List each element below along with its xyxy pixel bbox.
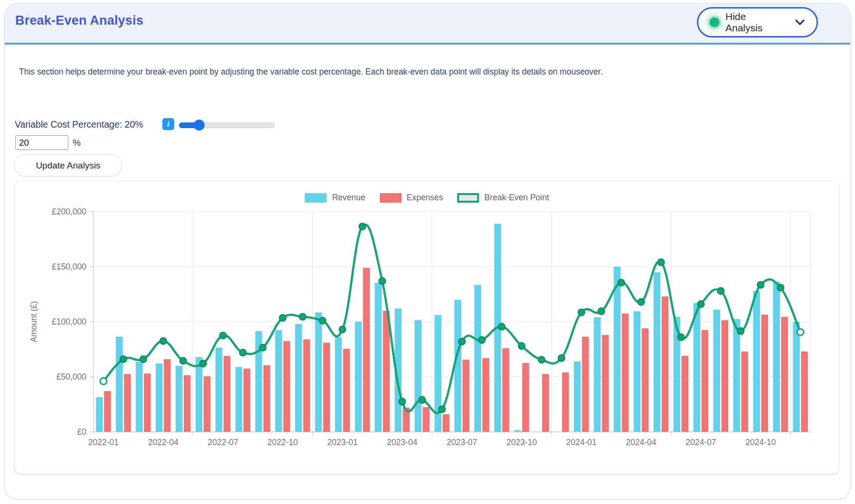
- svg-text:£0: £0: [77, 427, 87, 437]
- svg-text:2022-04: 2022-04: [148, 438, 179, 447]
- info-icon[interactable]: i: [162, 118, 174, 130]
- variable-cost-slider[interactable]: [179, 122, 275, 128]
- percent-suffix: %: [73, 138, 81, 148]
- legend-swatch: [380, 193, 402, 203]
- svg-text:Amount (£): Amount (£): [29, 301, 38, 343]
- svg-text:£150,000: £150,000: [52, 262, 86, 271]
- svg-text:£50,000: £50,000: [56, 372, 87, 382]
- svg-text:2022-07: 2022-07: [208, 438, 238, 447]
- svg-text:2024-04: 2024-04: [626, 438, 656, 447]
- update-analysis-button[interactable]: Update Analysis: [14, 154, 122, 177]
- slider-thumb[interactable]: [194, 120, 205, 131]
- svg-text:2023-07: 2023-07: [447, 438, 477, 447]
- legend-label: Revenue: [332, 193, 365, 203]
- hide-analysis-label: Hide Analysis: [725, 11, 782, 34]
- break-even-chart[interactable]: £0£50,000£100,000£150,000£200,0002022-01…: [15, 181, 839, 474]
- page-title: Break-Even Analysis: [15, 13, 143, 28]
- legend-swatch: [305, 193, 327, 203]
- status-dot-icon: [710, 18, 719, 27]
- legend-item-expenses[interactable]: Expenses: [380, 193, 443, 203]
- svg-text:2024-10: 2024-10: [745, 438, 776, 447]
- percentage-input[interactable]: [15, 135, 68, 150]
- svg-text:£200,000: £200,000: [52, 207, 86, 216]
- svg-text:2024-07: 2024-07: [686, 438, 716, 447]
- svg-text:2024-01: 2024-01: [566, 438, 597, 447]
- legend-item-break-even-point[interactable]: Break-Even Point: [457, 193, 549, 203]
- break-even-analysis-section: Break-Even Analysis Hide Analysis This s…: [4, 3, 851, 500]
- legend-swatch: [457, 193, 479, 203]
- chevron-down-icon: [795, 19, 805, 26]
- chart-legend: RevenueExpensesBreak-Even Point: [15, 193, 839, 203]
- section-description: This section helps determine your break-…: [19, 67, 731, 77]
- break-even-chart-card: £0£50,000£100,000£150,000£200,0002022-01…: [15, 181, 839, 474]
- legend-label: Expenses: [407, 193, 443, 203]
- svg-text:2023-04: 2023-04: [387, 438, 417, 447]
- variable-cost-label: Variable Cost Percentage: 20%: [15, 119, 143, 130]
- hide-analysis-button[interactable]: Hide Analysis: [697, 7, 818, 37]
- svg-text:2023-01: 2023-01: [327, 438, 357, 447]
- section-header: Break-Even Analysis Hide Analysis: [5, 4, 850, 45]
- legend-label: Break-Even Point: [484, 193, 549, 203]
- svg-text:2023-10: 2023-10: [507, 438, 537, 447]
- svg-text:£100,000: £100,000: [52, 317, 86, 327]
- svg-text:2022-10: 2022-10: [267, 438, 298, 447]
- legend-item-revenue[interactable]: Revenue: [305, 193, 365, 203]
- svg-text:2022-01: 2022-01: [88, 438, 119, 447]
